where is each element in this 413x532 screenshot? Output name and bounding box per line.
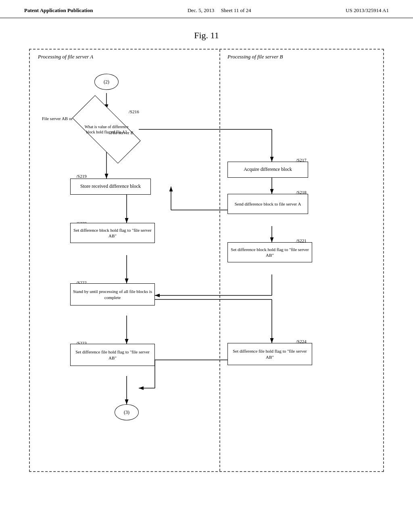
start-oval: (2) [94,74,119,90]
end-oval: (3) [115,404,139,420]
header-left: Patent Application Publication [24,7,93,14]
section-label-right: Processing of file server B [227,54,283,60]
box-s224: Set difference file hold flag to "file s… [227,343,312,365]
diamond-s216: What is value of difference block hold f… [70,109,143,150]
box-s221: Set difference block hold flag to "file … [227,242,312,262]
box-s222: Stand by until processing of all file bl… [70,283,155,305]
box-s220: Set difference block hold flag to "file … [70,223,155,243]
box-s218: Send difference block to file server A [227,194,308,214]
figure-title: Fig. 11 [0,30,413,41]
diagram-area: Processing of file server A Processing o… [24,49,389,472]
s219-label: /S219 [76,174,87,179]
section-label-left: Processing of file server A [38,54,93,60]
box-s219: Store received difference block [70,179,151,195]
header-center: Dec. 5, 2013 Sheet 11 of 24 [188,7,251,14]
box-s223: Set difference file hold flag to "file s… [70,344,155,366]
outer-box: Processing of file server A Processing o… [29,49,384,472]
page-header: Patent Application Publication Dec. 5, 2… [0,0,413,18]
box-s217: Acquire difference block [227,162,308,178]
divider-line [219,50,220,471]
header-right: US 2013/325914 A1 [346,7,389,14]
